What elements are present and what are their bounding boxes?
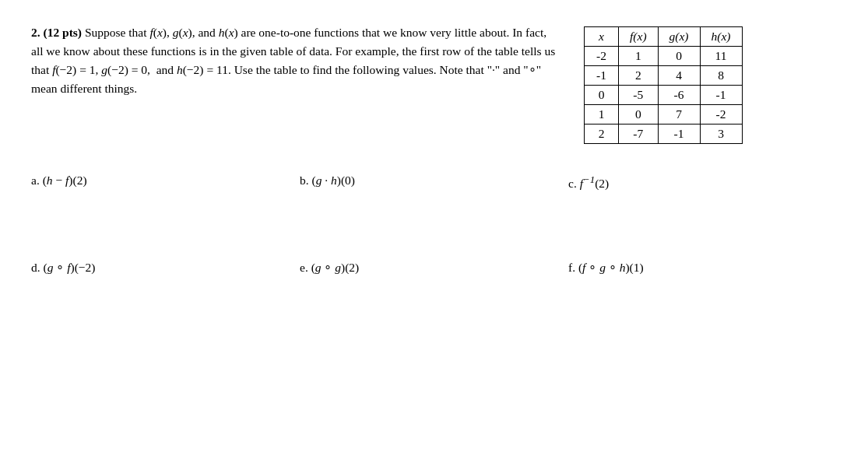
table-cell: 0	[658, 47, 700, 66]
problem-number: 2. (12 pts)	[31, 26, 82, 39]
table-cell: -2	[700, 105, 742, 125]
table-cell: 2	[619, 66, 659, 86]
table-cell: 3	[700, 125, 742, 144]
col-header-gx: g(x)	[658, 27, 700, 47]
table-cell: -7	[619, 125, 659, 144]
table-row: -21011	[585, 47, 743, 66]
table-cell: -6	[658, 86, 700, 105]
part-c: c. f−1(2)	[568, 174, 837, 191]
problem-text: 2. (12 pts) Suppose that f(x), g(x), and…	[31, 23, 561, 98]
part-a: a. (h − f)(2)	[31, 174, 300, 191]
table-row: 107-2	[585, 105, 743, 125]
table-row: 0-5-6-1	[585, 86, 743, 105]
table-cell: 2	[585, 125, 619, 144]
table-cell: 0	[619, 105, 659, 125]
part-b: b. (g · h)(0)	[300, 174, 568, 191]
table-cell: 7	[658, 105, 700, 125]
part-f: f. (f ∘ g ∘ h)(1)	[568, 261, 837, 275]
col-header-hx: h(x)	[700, 27, 742, 47]
table-container: x f(x) g(x) h(x) -21011-12480-5-6-1107-2…	[584, 26, 743, 144]
table-row: -1248	[585, 66, 743, 86]
table-cell: 1	[619, 47, 659, 66]
col-header-x: x	[585, 27, 619, 47]
parts-row-1: a. (h − f)(2) b. (g · h)(0) c. f−1(2)	[31, 174, 837, 191]
table-row: 2-7-13	[585, 125, 743, 144]
part-e: e. (g ∘ g)(2)	[300, 261, 568, 275]
parts-row-2: d. (g ∘ f)(−2) e. (g ∘ g)(2) f. (f ∘ g ∘…	[31, 261, 837, 275]
table-cell: -1	[700, 86, 742, 105]
table-cell: -1	[658, 125, 700, 144]
problem-header: 2. (12 pts) Suppose that f(x), g(x), and…	[31, 23, 837, 144]
table-cell: 1	[585, 105, 619, 125]
table-cell: 4	[658, 66, 700, 86]
col-header-fx: f(x)	[619, 27, 659, 47]
part-d: d. (g ∘ f)(−2)	[31, 261, 300, 275]
table-cell: -2	[585, 47, 619, 66]
table-cell: 8	[700, 66, 742, 86]
data-table: x f(x) g(x) h(x) -21011-12480-5-6-1107-2…	[584, 26, 743, 144]
table-cell: 0	[585, 86, 619, 105]
table-cell: 11	[700, 47, 742, 66]
table-cell: -1	[585, 66, 619, 86]
page: 2. (12 pts) Suppose that f(x), g(x), and…	[0, 0, 868, 298]
table-cell: -5	[619, 86, 659, 105]
